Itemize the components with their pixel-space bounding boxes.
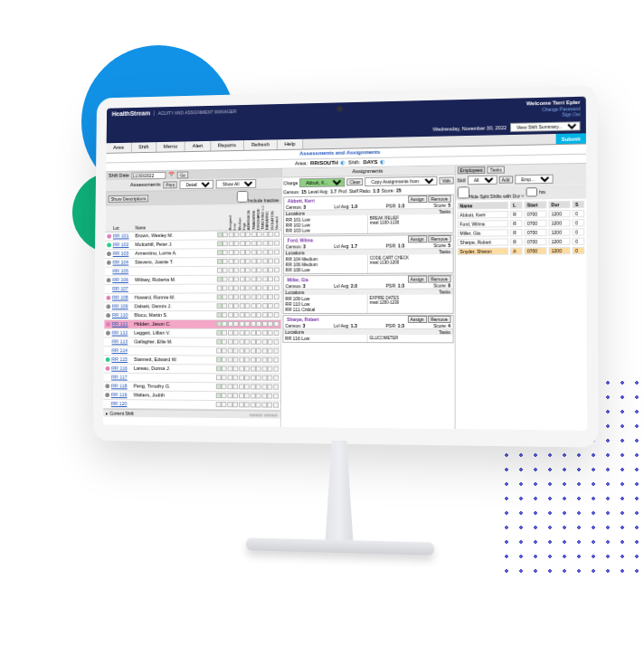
- include-inactive-label[interactable]: Include Inactive: [237, 190, 279, 203]
- roster-row[interactable]: RR 110Bloco, Martin S.: [104, 311, 280, 320]
- assign-button[interactable]: Assign: [407, 316, 426, 323]
- nurse-block: Ford, WilmaAssign RemoveCensus: 3Lvl Avg…: [283, 234, 454, 274]
- monitor-mockup: HealthStream ACUITY AND ASSIGNMENT MANAG…: [86, 90, 592, 553]
- brand-name: HealthStream: [112, 109, 151, 118]
- tasks-tab[interactable]: Tasks: [488, 166, 505, 173]
- detail-select[interactable]: Detail: [180, 180, 213, 189]
- tab-refresh[interactable]: Refresh: [244, 140, 278, 151]
- hide-split-checkbox[interactable]: [457, 186, 469, 198]
- employee-row[interactable]: Sharpe, RobertR070012000: [457, 237, 584, 245]
- showall-select[interactable]: Show All: [216, 179, 257, 189]
- hrs-input[interactable]: [526, 187, 537, 196]
- roster-row[interactable]: RR 112Leggett, Lillian V.: [104, 329, 280, 338]
- assign-button[interactable]: Assign: [408, 195, 427, 203]
- assessments-panel: Shift Date 📅 Go Assessments Print Detail…: [103, 168, 282, 426]
- roster-row[interactable]: RR 113Gallagher, Ellie M.: [104, 337, 280, 347]
- tab-shift[interactable]: Shift: [131, 142, 156, 152]
- roster-header: Loc Name AssignedLowMediumHighADMISSIONT…: [106, 204, 282, 233]
- charge-select[interactable]: Abbott, K...: [299, 177, 345, 187]
- aa-title: Assessments and Assignments: [299, 149, 380, 157]
- current-shift-bar: ▸ Current Shift ○○○○○ ○○○○○: [103, 408, 280, 418]
- monitor-stand: [95, 437, 598, 559]
- include-inactive-checkbox[interactable]: [237, 191, 249, 203]
- assign-button[interactable]: Assign: [408, 275, 427, 282]
- remove-button[interactable]: Remove: [428, 316, 450, 323]
- go-button[interactable]: Go: [177, 171, 188, 178]
- remove-button[interactable]: Remove: [428, 235, 450, 242]
- assignments-panel: Assignments Charge Abbott, K... Clear Co…: [281, 166, 456, 429]
- view-shift-summary-select[interactable]: View Shift Summary...: [510, 121, 581, 132]
- vals-button[interactable]: Vals: [440, 176, 454, 184]
- employees-table: NameLStartDurS Abbott, KerriR070012000Fo…: [455, 198, 586, 256]
- sign-out-link[interactable]: Sign Out: [526, 111, 581, 118]
- employees-tab[interactable]: Employees: [457, 166, 485, 175]
- employee-row[interactable]: Miller, GiaR070012000: [457, 228, 584, 237]
- roster-row[interactable]: RR 107: [105, 284, 281, 294]
- roster-list: RR 101Brown, Wesley M.RR 102Mulcahill, P…: [103, 231, 281, 411]
- roster-row[interactable]: RR 108Howard, Ronnie M.: [105, 293, 281, 302]
- brand-subtitle: ACUITY AND ASSIGNMENT MANAGER: [154, 109, 236, 116]
- clear-button[interactable]: Clear: [347, 178, 364, 185]
- employee-row[interactable]: Snyder, SharonA070012000: [457, 247, 584, 255]
- assign-button[interactable]: Assign: [408, 235, 427, 242]
- tab-reports[interactable]: Reports: [211, 140, 244, 151]
- calendar-icon[interactable]: 📅: [168, 172, 175, 178]
- show-descriptions-button[interactable]: Show Descriptions: [109, 195, 149, 202]
- submit-button[interactable]: Submit: [555, 133, 586, 144]
- current-date: Wednesday, November 30, 2022: [433, 125, 507, 132]
- employee-row[interactable]: Ford, WilmaR070012000: [457, 219, 584, 228]
- nurse-block: Abbott, KerriAssign RemoveCensus: 3Lvl A…: [283, 195, 453, 235]
- remove-button[interactable]: Remove: [428, 275, 450, 282]
- nurse-block: Sharpe, RobertAssign RemoveCensus: 3Lvl …: [282, 315, 453, 343]
- skill-select[interactable]: All: [468, 175, 497, 185]
- tab-memo[interactable]: Memo: [156, 142, 185, 153]
- tab-help[interactable]: Help: [278, 139, 304, 150]
- shift-date-input[interactable]: [132, 172, 166, 179]
- nurse-block: Miller, GiaAssign RemoveCensus: 3Lvl Avg…: [282, 274, 453, 314]
- tab-area[interactable]: Area: [107, 143, 132, 153]
- roster-row[interactable]: RR 109Dalsett, Dennis J.: [104, 302, 280, 311]
- emp-select[interactable]: Emp...: [515, 174, 553, 184]
- employees-panel: Employees Tasks Skill All Add Emp... Hid…: [455, 164, 587, 431]
- print-button[interactable]: Print: [163, 181, 177, 188]
- roster-row[interactable]: RR 111Hidden, Jason C.: [104, 320, 280, 329]
- employee-row[interactable]: Abbott, KerriR070012000: [457, 210, 584, 219]
- add-button[interactable]: Add: [498, 176, 512, 183]
- tab-alert[interactable]: Alert: [185, 141, 211, 151]
- copy-from-select[interactable]: Copy Assignments from: [365, 176, 437, 186]
